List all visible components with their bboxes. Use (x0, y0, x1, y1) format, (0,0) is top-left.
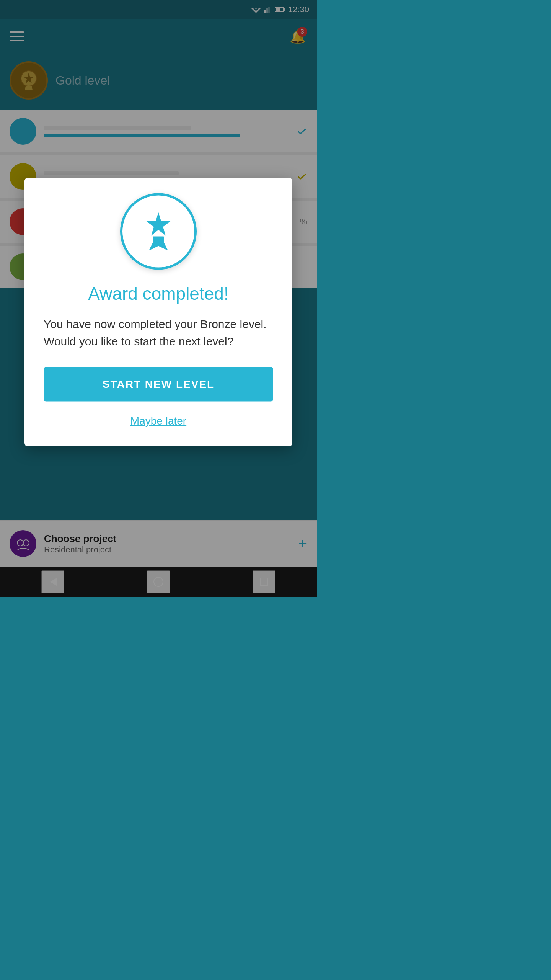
award-icon (135, 207, 181, 256)
award-title: Award completed! (88, 283, 228, 304)
svg-marker-10 (146, 212, 171, 236)
maybe-later-button[interactable]: Maybe later (130, 415, 186, 427)
award-icon-container (120, 193, 197, 270)
svg-marker-12 (149, 243, 168, 251)
start-new-level-button[interactable]: START NEW LEVEL (44, 367, 273, 402)
award-description: You have now completed your Bronze level… (44, 315, 273, 350)
award-modal: Award completed! You have now completed … (24, 178, 292, 446)
